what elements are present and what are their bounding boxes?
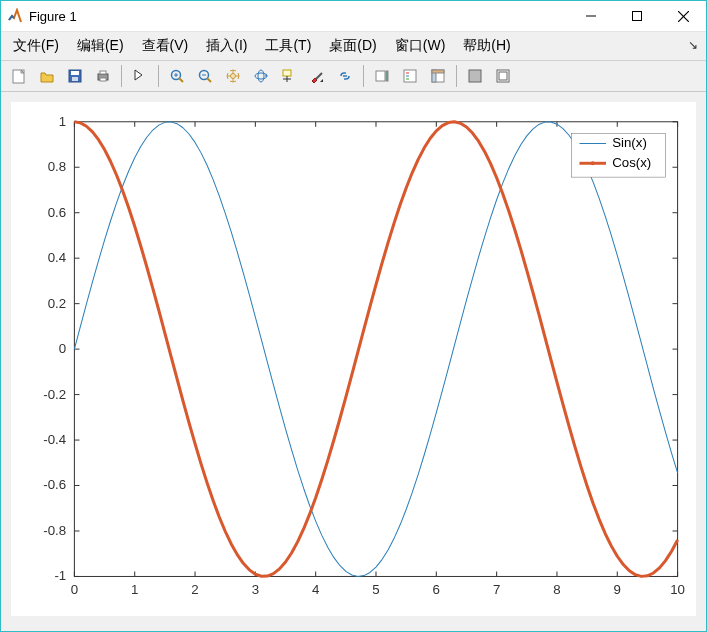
rotate3d-icon[interactable] <box>248 63 274 89</box>
insert-legend-icon[interactable] <box>397 63 423 89</box>
window-buttons <box>568 1 706 31</box>
toolbar-separator <box>121 65 122 87</box>
menubar: 文件(F) 编辑(E) 查看(V) 插入(I) 工具(T) 桌面(D) 窗口(W… <box>1 32 706 61</box>
svg-rect-11 <box>100 71 106 74</box>
svg-text:0.6: 0.6 <box>48 205 66 220</box>
svg-rect-38 <box>469 70 481 82</box>
svg-text:Cos(x): Cos(x) <box>612 155 651 170</box>
data-cursor-icon[interactable] <box>276 63 302 89</box>
figure-canvas: 012345678910-1-0.8-0.6-0.4-0.200.20.40.6… <box>1 92 706 631</box>
svg-text:2: 2 <box>191 582 198 597</box>
menu-desktop[interactable]: 桌面(D) <box>323 34 382 58</box>
svg-text:-1: -1 <box>54 569 66 584</box>
svg-rect-2 <box>633 12 642 21</box>
matlab-icon <box>7 8 23 24</box>
svg-text:7: 7 <box>493 582 500 597</box>
svg-rect-8 <box>71 71 79 75</box>
maximize-button[interactable] <box>614 1 660 31</box>
svg-rect-31 <box>404 70 416 82</box>
menu-edit[interactable]: 编辑(E) <box>71 34 130 58</box>
svg-text:0.4: 0.4 <box>48 250 66 265</box>
dock-toggle-icon[interactable]: ↘ <box>688 38 698 52</box>
close-button[interactable] <box>660 1 706 31</box>
svg-text:3: 3 <box>252 582 259 597</box>
hide-tools-icon[interactable] <box>425 63 451 89</box>
svg-rect-29 <box>376 71 385 81</box>
svg-marker-27 <box>320 79 323 82</box>
svg-text:-0.8: -0.8 <box>43 523 66 538</box>
svg-rect-9 <box>72 77 78 81</box>
svg-text:8: 8 <box>553 582 560 597</box>
svg-rect-23 <box>283 70 291 76</box>
window-title: Figure 1 <box>29 9 568 24</box>
insert-colorbar-icon[interactable] <box>369 63 395 89</box>
brush-icon[interactable] <box>304 63 330 89</box>
svg-text:-0.6: -0.6 <box>43 478 66 493</box>
toolbar-separator <box>158 65 159 87</box>
svg-text:-0.4: -0.4 <box>43 432 66 447</box>
svg-rect-12 <box>100 78 106 81</box>
svg-line-14 <box>179 78 183 82</box>
svg-line-26 <box>316 73 322 79</box>
svg-text:1: 1 <box>131 582 138 597</box>
svg-rect-40 <box>499 72 507 80</box>
save-icon[interactable] <box>62 63 88 89</box>
svg-text:Sin(x): Sin(x) <box>612 136 647 151</box>
axes-container: 012345678910-1-0.8-0.6-0.4-0.200.20.40.6… <box>11 102 696 616</box>
svg-text:0.8: 0.8 <box>48 159 66 174</box>
titlebar: Figure 1 <box>1 1 706 32</box>
svg-point-22 <box>258 70 264 82</box>
svg-text:0: 0 <box>71 582 78 597</box>
edit-plot-icon[interactable] <box>127 63 153 89</box>
open-icon[interactable] <box>34 63 60 89</box>
svg-rect-30 <box>386 71 388 81</box>
menu-window[interactable]: 窗口(W) <box>389 34 452 58</box>
svg-text:4: 4 <box>312 582 319 597</box>
zoom-in-icon[interactable] <box>164 63 190 89</box>
svg-text:9: 9 <box>614 582 621 597</box>
menu-file[interactable]: 文件(F) <box>7 34 65 58</box>
svg-rect-37 <box>432 70 444 73</box>
svg-text:5: 5 <box>372 582 379 597</box>
axes[interactable]: 012345678910-1-0.8-0.6-0.4-0.200.20.40.6… <box>11 102 696 616</box>
svg-rect-41 <box>74 122 677 577</box>
menu-help[interactable]: 帮助(H) <box>457 34 516 58</box>
svg-text:0.2: 0.2 <box>48 296 66 311</box>
svg-point-20 <box>231 74 236 79</box>
svg-text:10: 10 <box>670 582 685 597</box>
print-icon[interactable] <box>90 63 116 89</box>
svg-point-112 <box>591 161 595 165</box>
svg-text:1: 1 <box>59 114 66 129</box>
menu-view[interactable]: 查看(V) <box>136 34 195 58</box>
undock-figure-icon[interactable] <box>490 63 516 89</box>
link-data-icon[interactable] <box>332 63 358 89</box>
figure-window: Figure 1 文件(F) 编辑(E) 查看(V) 插入(I) 工具(T) 桌… <box>0 0 707 632</box>
zoom-out-icon[interactable] <box>192 63 218 89</box>
menu-tools[interactable]: 工具(T) <box>259 34 317 58</box>
dock-figure-icon[interactable] <box>462 63 488 89</box>
menu-insert[interactable]: 插入(I) <box>200 34 253 58</box>
toolbar <box>1 61 706 92</box>
toolbar-separator <box>456 65 457 87</box>
new-figure-icon[interactable] <box>6 63 32 89</box>
svg-text:0: 0 <box>59 341 66 356</box>
pan-icon[interactable] <box>220 63 246 89</box>
toolbar-separator <box>363 65 364 87</box>
minimize-button[interactable] <box>568 1 614 31</box>
svg-text:-0.2: -0.2 <box>43 387 66 402</box>
svg-line-18 <box>207 78 211 82</box>
svg-text:6: 6 <box>433 582 440 597</box>
